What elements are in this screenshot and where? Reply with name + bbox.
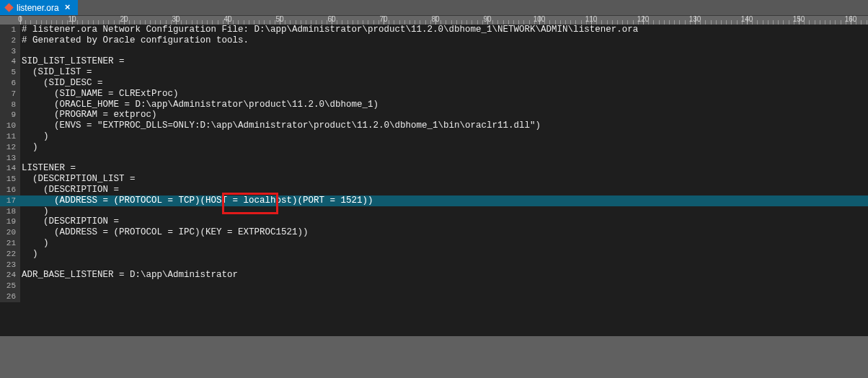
line-text[interactable]: [20, 153, 868, 164]
code-line[interactable]: 4SID_LIST_LISTENER =: [0, 56, 868, 67]
editor-content[interactable]: 1# listener.ora Network Configuration Fi…: [0, 25, 868, 302]
ruler: 0102030405060708090100110120130140150160: [0, 15, 868, 25]
line-number: 8: [0, 100, 20, 110]
line-text[interactable]: LISTENER =: [20, 163, 868, 174]
code-line[interactable]: 24ADR_BASE_LISTENER = D:\app\Administrat…: [0, 270, 868, 281]
line-text[interactable]: # listener.ora Network Configuration Fil…: [20, 25, 868, 35]
editor-viewport[interactable]: 1# listener.ora Network Configuration Fi…: [0, 25, 868, 336]
line-number: 5: [0, 67, 20, 78]
code-line[interactable]: 15 (DESCRIPTION_LIST =: [0, 174, 868, 185]
line-text[interactable]: [20, 260, 868, 271]
line-text[interactable]: (SID_LIST =: [20, 67, 868, 78]
line-number: 3: [0, 46, 20, 57]
line-text[interactable]: (ADDRESS = (PROTOCOL = IPC)(KEY = EXTPRO…: [20, 227, 868, 238]
line-text[interactable]: ): [20, 238, 868, 249]
code-line[interactable]: 17 (ADDRESS = (PROTOCOL = TCP)(HOST = lo…: [0, 195, 868, 206]
line-number: 19: [0, 216, 20, 227]
code-line[interactable]: 5 (SID_LIST =: [0, 67, 868, 78]
line-number: 9: [0, 110, 20, 120]
line-text[interactable]: (ORACLE_HOME = D:\app\Administrator\prod…: [20, 100, 868, 110]
ruler-number: 70: [379, 15, 387, 23]
code-line[interactable]: 19 (DESCRIPTION =: [0, 216, 868, 227]
ruler-number: 140: [741, 15, 753, 23]
line-text[interactable]: ): [20, 142, 868, 153]
ruler-number: 30: [172, 15, 180, 23]
line-number: 12: [0, 142, 20, 153]
line-text[interactable]: (PROGRAM = extproc): [20, 110, 868, 120]
ruler-gutter-spacer: [0, 16, 20, 25]
code-line[interactable]: 1# listener.ora Network Configuration Fi…: [0, 25, 868, 35]
line-number: 6: [0, 78, 20, 89]
line-text[interactable]: (SID_NAME = CLRExtProc): [20, 89, 868, 100]
line-number: 26: [0, 291, 20, 302]
line-text[interactable]: ADR_BASE_LISTENER = D:\app\Administrator: [20, 270, 868, 281]
code-line[interactable]: 13: [0, 153, 868, 164]
code-line[interactable]: 12 ): [0, 142, 868, 153]
line-text[interactable]: [20, 281, 868, 291]
ruler-number: 60: [327, 15, 335, 23]
ruler-number: 0: [18, 15, 22, 23]
ruler-number: 20: [120, 15, 128, 23]
line-number: 22: [0, 249, 20, 260]
line-number: 4: [0, 56, 20, 67]
ruler-number: 110: [585, 15, 598, 23]
ruler-number: 130: [689, 15, 701, 23]
line-number: 23: [0, 260, 20, 271]
code-line[interactable]: 3: [0, 46, 868, 57]
line-number: 7: [0, 89, 20, 100]
editor-tab-listener-ora[interactable]: listener.ora ×: [0, 0, 78, 15]
code-line[interactable]: 7 (SID_NAME = CLRExtProc): [0, 89, 868, 100]
line-text[interactable]: [20, 291, 868, 302]
line-number: 15: [0, 174, 20, 185]
ruler-scale: 0102030405060708090100110120130140150160: [20, 16, 868, 25]
ruler-number: 40: [223, 15, 231, 23]
line-number: 13: [0, 153, 20, 164]
editor-tab-title: listener.ora: [17, 3, 59, 13]
line-text[interactable]: ): [20, 131, 868, 142]
line-number: 16: [0, 185, 20, 195]
ruler-number: 50: [275, 15, 283, 23]
code-line[interactable]: 10 (ENVS = "EXTPROC_DLLS=ONLY:D:\app\Adm…: [0, 120, 868, 131]
ruler-number: 80: [431, 15, 439, 23]
line-text[interactable]: (DESCRIPTION =: [20, 216, 868, 227]
code-line[interactable]: 22 ): [0, 249, 868, 260]
code-line[interactable]: 20 (ADDRESS = (PROTOCOL = IPC)(KEY = EXT…: [0, 227, 868, 238]
ruler-number: 90: [483, 15, 491, 23]
code-line[interactable]: 8 (ORACLE_HOME = D:\app\Administrator\pr…: [0, 100, 868, 110]
line-number: 11: [0, 131, 20, 142]
code-line[interactable]: 9 (PROGRAM = extproc): [0, 110, 868, 120]
code-line[interactable]: 18 ): [0, 206, 868, 217]
line-number: 2: [0, 35, 20, 46]
line-number: 18: [0, 206, 20, 217]
line-text[interactable]: [20, 46, 868, 57]
ruler-number: 10: [68, 15, 76, 23]
line-number: 20: [0, 227, 20, 238]
line-number: 10: [0, 120, 20, 131]
line-number: 25: [0, 281, 20, 291]
ruler-number: 100: [533, 15, 546, 23]
line-text[interactable]: (ENVS = "EXTPROC_DLLS=ONLY:D:\app\Admini…: [20, 120, 868, 131]
ruler-number: 150: [793, 15, 805, 23]
code-line[interactable]: 23: [0, 260, 868, 271]
line-text[interactable]: (SID_DESC =: [20, 78, 868, 89]
code-line[interactable]: 26: [0, 291, 868, 302]
line-text[interactable]: ): [20, 249, 868, 260]
code-line[interactable]: 25: [0, 281, 868, 291]
code-line[interactable]: 11 ): [0, 131, 868, 142]
line-text[interactable]: SID_LIST_LISTENER =: [20, 56, 868, 67]
line-text[interactable]: ): [20, 206, 868, 217]
code-line[interactable]: 14LISTENER =: [0, 163, 868, 174]
close-icon[interactable]: ×: [63, 3, 72, 12]
line-number: 17: [0, 195, 20, 206]
ruler-number: 160: [845, 15, 857, 23]
line-text[interactable]: # Generated by Oracle configuration tool…: [20, 35, 868, 46]
code-line[interactable]: 2# Generated by Oracle configuration too…: [0, 35, 868, 46]
code-line[interactable]: 21 ): [0, 238, 868, 249]
line-number: 1: [0, 25, 20, 35]
code-line[interactable]: 16 (DESCRIPTION =: [0, 185, 868, 195]
line-number: 24: [0, 270, 20, 281]
line-text[interactable]: (ADDRESS = (PROTOCOL = TCP)(HOST = local…: [20, 195, 868, 206]
line-text[interactable]: (DESCRIPTION_LIST =: [20, 174, 868, 185]
code-line[interactable]: 6 (SID_DESC =: [0, 78, 868, 89]
line-text[interactable]: (DESCRIPTION =: [20, 185, 868, 195]
